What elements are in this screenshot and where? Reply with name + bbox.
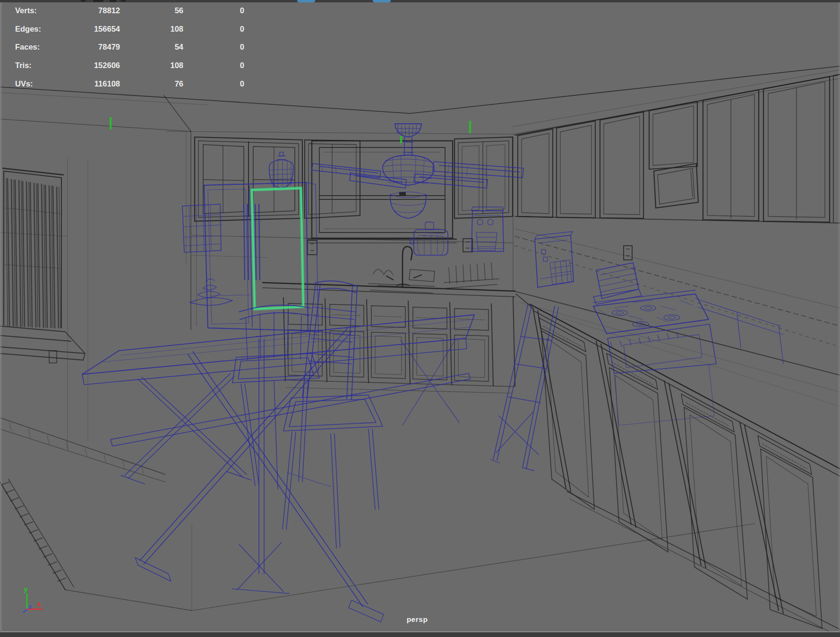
- step-stool-wireframe[interactable]: [490, 303, 558, 471]
- timeline-top-strip: [0, 632, 840, 637]
- left-window-blinds[interactable]: [0, 168, 85, 360]
- stove-wireframe[interactable]: [593, 290, 783, 425]
- hud-extra: 0: [184, 79, 244, 88]
- shelf-tab-fragment[interactable]: [297, 0, 315, 2]
- camera-name-label: persp: [386, 615, 448, 624]
- hud-label: UVs:: [15, 79, 58, 88]
- x-axis-label: x: [37, 601, 41, 608]
- hud-extra: 0: [184, 61, 244, 70]
- light-locator-tick[interactable]: [469, 121, 471, 133]
- maya-viewport-window: { "viewport": { "camera_label": "persp",…: [0, 0, 840, 637]
- hud-total: 152606: [57, 61, 120, 70]
- window-over-sink[interactable]: [308, 141, 456, 243]
- hud-selected: 76: [123, 79, 183, 88]
- hud-selected: 54: [123, 43, 183, 52]
- hud-label: Edges:: [15, 25, 58, 34]
- light-locator-tick[interactable]: [400, 136, 402, 143]
- shelf-tab-fragment[interactable]: [373, 0, 391, 2]
- hud-total: 78479: [57, 43, 120, 52]
- z-axis-line: [23, 609, 27, 613]
- base-cabinets-back[interactable]: [263, 283, 515, 393]
- hud-label: Tris:: [15, 61, 58, 70]
- hud-total: 156654: [57, 25, 120, 34]
- viewport-canvas[interactable]: y x z: [0, 0, 840, 637]
- hud-label: Verts:: [15, 6, 58, 15]
- hud-total: 116108: [57, 79, 120, 88]
- light-locator-tick[interactable]: [110, 117, 111, 129]
- view-axis-gizmo: y x z: [23, 585, 43, 613]
- z-axis-label: z: [28, 603, 32, 610]
- hud-extra: 0: [184, 43, 244, 52]
- kitchen-table-wireframe[interactable]: [82, 279, 474, 622]
- hud-selected: 108: [123, 25, 183, 34]
- base-cabinets-right[interactable]: [514, 291, 840, 637]
- small-appliance-wireframe[interactable]: [535, 232, 574, 287]
- hud-total: 78812: [57, 6, 120, 15]
- hud-label: Faces:: [15, 43, 58, 52]
- upper-cabinets-back-wall[interactable]: [195, 137, 513, 221]
- viewport-border-left: [0, 2, 1, 632]
- book-stand-wireframe[interactable]: [593, 263, 642, 304]
- hud-selected: 108: [123, 61, 183, 70]
- hud-selected: 56: [123, 6, 183, 15]
- sink-and-faucet[interactable]: [369, 247, 499, 293]
- viewport-border-right: [839, 2, 840, 632]
- y-axis-label: y: [24, 585, 28, 593]
- hud-extra: 0: [184, 25, 244, 34]
- toolbar-bottom-strip: [0, 0, 840, 2]
- toolbar-glyph-fragment: [93, 0, 103, 2]
- toolbar-glyph-fragment: [110, 0, 116, 2]
- hud-extra: 0: [184, 6, 244, 15]
- toolbar-glyph-fragment: [81, 0, 86, 1]
- toolbar-glyph-fragment: [121, 0, 126, 1]
